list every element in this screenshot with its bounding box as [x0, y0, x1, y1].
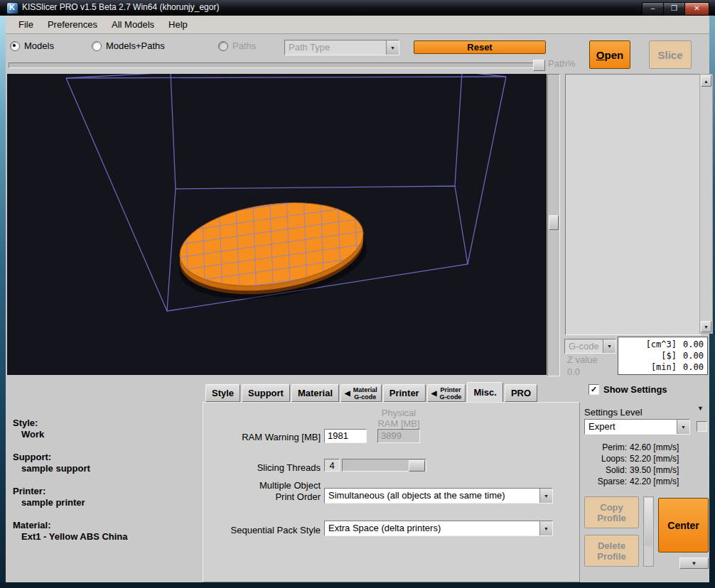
gcode-combo: G-code ▼: [564, 339, 616, 354]
delete-profile-line2: Profile: [597, 551, 625, 562]
radio-models-paths[interactable]: Models+Paths: [92, 40, 165, 51]
speed-label: Loops:: [590, 453, 627, 464]
chevron-down-icon: ▼: [539, 521, 552, 535]
slider-thumb[interactable]: [533, 60, 545, 71]
tab-printer-gcode-line1: Printer: [439, 386, 461, 393]
slicing-threads-slider[interactable]: [342, 459, 426, 472]
tab-printer[interactable]: Printer: [383, 384, 426, 402]
estimate-value: 0.00: [681, 350, 704, 361]
print-order-value: Simultaneous (all objects at the same ti…: [325, 489, 539, 503]
tab-material[interactable]: Material: [291, 384, 339, 402]
ram-warning-input[interactable]: 1981: [324, 429, 367, 443]
estimate-box: [cm^3] 0.00 [$] 0.00 [min] 0.00: [618, 337, 708, 375]
z-value: 0.0: [567, 366, 580, 377]
model-list-scrollbar[interactable]: ▲ ▼: [699, 74, 713, 334]
settings-collapse-arrow-icon[interactable]: ▼: [697, 405, 704, 412]
print-order-label: Multiple Object Print Order: [217, 480, 321, 503]
settings-level-value: Expert: [585, 420, 677, 434]
profile-style-value: Work: [13, 429, 44, 440]
slider-thumb[interactable]: [409, 460, 425, 472]
tab-misc[interactable]: Misc.: [467, 382, 503, 402]
estimate-unit: [cm^3]: [646, 339, 677, 350]
speed-sparse: Sparse: 42.20 [mm/s]: [590, 476, 689, 487]
tab-material-gcode[interactable]: ◀ Material G-code: [340, 384, 382, 402]
radio-circle-icon: [92, 41, 102, 51]
profile-material: Material: Ext1 - Yellow ABS China: [13, 520, 128, 543]
profile-scrollbar-thumb[interactable]: [645, 498, 652, 546]
estimate-unit: [$]: [661, 350, 677, 361]
open-rest: pen: [605, 49, 624, 61]
speed-label: Perim:: [590, 442, 627, 453]
profile-style: Style: Work: [13, 418, 44, 440]
profile-printer-label: Printer:: [13, 486, 85, 497]
physical-ram-input: 3899: [377, 429, 420, 443]
slice-button: Slice: [649, 40, 692, 69]
open-button[interactable]: Open: [589, 40, 630, 69]
ram-warning-label: RAM Warning [MB]: [217, 432, 321, 442]
radio-models-label: Models: [24, 40, 54, 51]
copy-profile-button: Copy Profile: [584, 496, 639, 528]
minimize-button[interactable]: –: [642, 2, 664, 16]
tab-pro[interactable]: PRO: [505, 384, 537, 402]
speed-value: 42.60 [mm/s]: [630, 442, 679, 453]
viewport-scrollbar[interactable]: [547, 74, 560, 376]
profile-printer-value: sample printer: [13, 497, 85, 508]
print-order-combo[interactable]: Simultaneous (all objects at the same ti…: [324, 488, 553, 503]
menu-help[interactable]: Help: [161, 17, 195, 32]
scroll-up-icon[interactable]: ▲: [701, 75, 711, 87]
tab-support[interactable]: Support: [242, 384, 290, 402]
chevron-down-icon: ▼: [677, 420, 689, 434]
reset-button[interactable]: Reset: [414, 40, 546, 54]
physical-ram-label-line1: Physical: [363, 408, 434, 418]
pack-style-combo[interactable]: Extra Space (delta printers) ▼: [324, 521, 553, 536]
slicing-threads-value: 4: [324, 459, 340, 472]
speed-perim: Perim: 42.60 [mm/s]: [590, 442, 689, 453]
physical-ram-label-line2: RAM [MB]: [363, 418, 434, 429]
chevron-down-icon: ▼: [539, 489, 552, 503]
speed-value: 39.50 [mm/s]: [630, 464, 679, 476]
settings-level-combo[interactable]: Expert ▼: [584, 419, 690, 435]
delete-profile-line1: Delete: [598, 540, 625, 551]
maximize-button[interactable]: ❐: [663, 2, 685, 16]
menu-all-models[interactable]: All Models: [104, 17, 161, 32]
scroll-down-icon[interactable]: ▼: [679, 557, 709, 569]
speed-summary: Perim: 42.60 [mm/s] Loops: 52.20 [mm/s] …: [590, 442, 689, 487]
tab-printer-gcode-line2: G-code: [439, 393, 461, 401]
profile-material-value: Ext1 - Yellow ABS China: [13, 531, 128, 543]
path-percent-label: Path%: [548, 58, 575, 69]
gcode-combo-value: G-code: [565, 339, 603, 353]
profile-material-label: Material:: [13, 520, 128, 531]
close-button[interactable]: ✕: [684, 2, 709, 16]
model-list[interactable]: [565, 74, 701, 335]
tab-printer-gcode[interactable]: ◀ Printer G-code: [427, 384, 466, 402]
profile-support: Support: sample support: [13, 452, 90, 474]
path-percent-slider[interactable]: [9, 60, 544, 70]
speed-solid: Solid: 39.50 [mm/s]: [590, 464, 689, 476]
menu-preferences[interactable]: Preferences: [41, 17, 104, 32]
show-settings-checkbox[interactable]: ✓ Show Settings: [588, 384, 667, 395]
tab-back-arrow-icon: ◀: [431, 389, 437, 397]
misc-tab-panel: Physical RAM [MB] RAM Warning [MB] 1981 …: [203, 402, 580, 582]
delete-profile-button: Delete Profile: [584, 535, 639, 567]
slider-track: [9, 62, 545, 68]
viewport-canvas[interactable]: [7, 74, 547, 375]
show-settings-label: Show Settings: [603, 384, 667, 395]
profile-scrollbar[interactable]: [643, 496, 654, 567]
viewport-scrollbar-thumb[interactable]: [549, 215, 559, 230]
speed-label: Sparse:: [590, 476, 627, 487]
menu-file[interactable]: File: [11, 17, 41, 32]
scroll-down-icon[interactable]: ▼: [701, 321, 711, 332]
radio-circle-icon: [10, 41, 20, 51]
radio-paths-label: Paths: [232, 40, 256, 51]
speed-value: 52.20 [mm/s]: [630, 453, 679, 464]
radio-models[interactable]: Models: [10, 40, 54, 51]
tab-back-arrow-icon: ◀: [345, 389, 350, 397]
chevron-down-icon: ▼: [603, 339, 615, 353]
center-button[interactable]: Center: [658, 498, 709, 552]
profile-printer: Printer: sample printer: [13, 486, 85, 508]
slicing-threads-label: Slicing Threads: [217, 462, 321, 473]
viewport-3d[interactable]: [7, 74, 547, 375]
slice-label: Slice: [657, 50, 682, 60]
pack-style-label: Sequential Pack Style: [217, 525, 321, 535]
tab-style[interactable]: Style: [205, 384, 240, 402]
